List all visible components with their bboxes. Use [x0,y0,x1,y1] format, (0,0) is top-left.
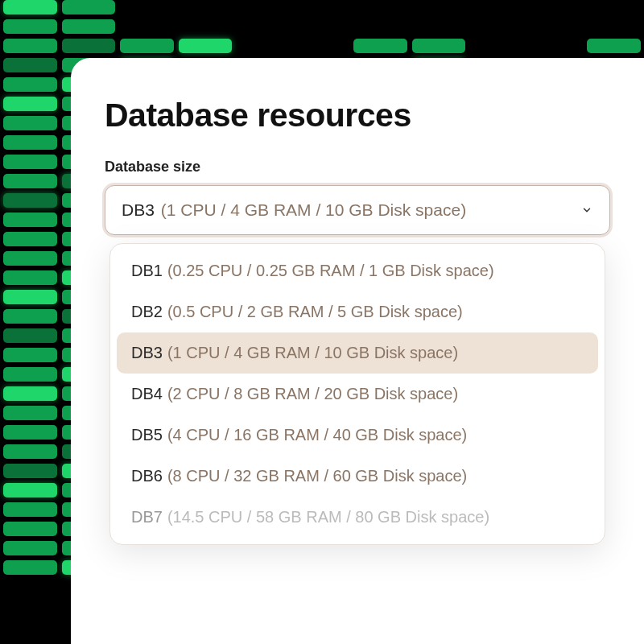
option-db-name: DB6 [131,467,163,485]
option-db-spec: (8 CPU / 32 GB RAM / 60 GB Disk space) [167,467,467,485]
option-db-name: DB3 [131,344,163,362]
option-db-spec: (1 CPU / 4 GB RAM / 10 GB Disk space) [167,344,458,362]
option-db-spec: (4 CPU / 16 GB RAM / 40 GB Disk space) [167,426,467,444]
database-size-option[interactable]: DB7(14.5 CPU / 58 GB RAM / 80 GB Disk sp… [117,497,598,538]
option-db-name: DB4 [131,385,163,403]
option-db-spec: (0.25 CPU / 0.25 GB RAM / 1 GB Disk spac… [167,262,494,280]
database-size-option[interactable]: DB1(0.25 CPU / 0.25 GB RAM / 1 GB Disk s… [117,250,598,291]
database-size-option[interactable]: DB2(0.5 CPU / 2 GB RAM / 5 GB Disk space… [117,291,598,332]
option-db-name: DB2 [131,303,163,321]
database-resources-card: Database resources Database size DB3 (1 … [71,58,644,644]
chevron-down-icon [580,204,593,217]
option-db-name: DB1 [131,262,163,280]
page-title: Database resources [105,97,610,134]
option-db-name: DB7 [131,508,163,526]
selected-db-name: DB3 [122,200,155,220]
database-size-option[interactable]: DB6(8 CPU / 32 GB RAM / 60 GB Disk space… [117,456,598,497]
option-db-spec: (0.5 CPU / 2 GB RAM / 5 GB Disk space) [167,303,463,321]
database-size-option[interactable]: DB4(2 CPU / 8 GB RAM / 20 GB Disk space) [117,374,598,415]
option-db-spec: (14.5 CPU / 58 GB RAM / 80 GB Disk space… [167,508,489,526]
database-size-select-trigger[interactable]: DB3 (1 CPU / 4 GB RAM / 10 GB Disk space… [105,185,610,235]
database-size-dropdown: DB1(0.25 CPU / 0.25 GB RAM / 1 GB Disk s… [109,243,605,545]
selected-db-spec: (1 CPU / 4 GB RAM / 10 GB Disk space) [161,200,466,220]
database-size-select: DB3 (1 CPU / 4 GB RAM / 10 GB Disk space… [105,185,610,235]
database-size-label: Database size [105,159,610,175]
option-db-name: DB5 [131,426,163,444]
option-db-spec: (2 CPU / 8 GB RAM / 20 GB Disk space) [167,385,458,403]
database-size-option[interactable]: DB5(4 CPU / 16 GB RAM / 40 GB Disk space… [117,415,598,456]
database-size-option[interactable]: DB3(1 CPU / 4 GB RAM / 10 GB Disk space) [117,332,598,374]
